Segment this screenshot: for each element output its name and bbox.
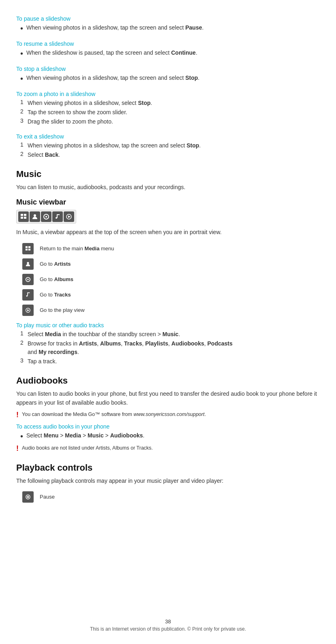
zoom-item-3: 3 Drag the slider to zoom the photo. bbox=[20, 117, 320, 126]
svg-rect-1 bbox=[24, 214, 26, 216]
access-note: Audio books are not listed under Artists… bbox=[22, 444, 153, 452]
exit-list: 1 When viewing photos in a slideshow, ta… bbox=[20, 141, 320, 159]
zoom-heading: To zoom a photo in a slideshow bbox=[16, 91, 320, 97]
svg-rect-2 bbox=[21, 217, 23, 219]
zoom-item-2: 2 Tap the screen to show the zoom slider… bbox=[20, 108, 320, 117]
svg-rect-8 bbox=[58, 214, 60, 215]
playback-intro: The following playback controls may appe… bbox=[16, 476, 320, 485]
pause-bullet: • When viewing photos in a slideshow, ta… bbox=[20, 23, 320, 33]
bullet-dot: • bbox=[20, 23, 23, 33]
resume-heading: To resume a slideshow bbox=[16, 41, 320, 47]
page-content: To pause a slideshow • When viewing phot… bbox=[0, 0, 336, 533]
resume-bullet: • When the slideshow is paused, tap the … bbox=[20, 49, 320, 58]
access-text: Select Menu > Media > Music > Audiobooks… bbox=[26, 431, 144, 440]
svg-rect-20 bbox=[28, 292, 30, 293]
pause-section: To pause a slideshow • When viewing phot… bbox=[16, 15, 320, 33]
icon-playview bbox=[22, 305, 34, 316]
stop-bullet: • When viewing photos in a slideshow, ta… bbox=[20, 74, 320, 83]
access-heading: To access audio books in your phone bbox=[16, 423, 320, 430]
icon-row-playview: Go to the play view bbox=[20, 303, 118, 318]
audiobooks-heading: Audiobooks bbox=[16, 375, 320, 386]
icon-tracks-label: Go to Tracks bbox=[38, 287, 118, 303]
viewbar-icon-play bbox=[64, 211, 74, 222]
viewbar-heading: Music viewbar bbox=[16, 198, 320, 207]
icon-row-albums: Go to Albums bbox=[20, 272, 118, 287]
music-heading: Music bbox=[16, 169, 320, 179]
viewbar-icon-grid bbox=[18, 211, 29, 222]
icon-media bbox=[22, 243, 34, 254]
icon-row-media: Return to the main Media menu bbox=[20, 241, 118, 256]
svg-rect-14 bbox=[26, 249, 28, 250]
audiobooks-intro: You can listen to audio books in your ph… bbox=[16, 389, 320, 407]
zoom-list: 1 When viewing photos in a slideshow, se… bbox=[20, 99, 320, 126]
svg-rect-15 bbox=[28, 249, 30, 250]
resume-text: When the slideshow is paused, tap the sc… bbox=[26, 49, 197, 57]
svg-point-9 bbox=[56, 217, 57, 219]
stop-section: To stop a slideshow • When viewing photo… bbox=[16, 66, 320, 83]
note-icon-2: ! bbox=[16, 444, 19, 453]
svg-rect-13 bbox=[28, 246, 30, 248]
svg-rect-25 bbox=[27, 496, 28, 498]
zoom-section: To zoom a photo in a slideshow 1 When vi… bbox=[16, 91, 320, 126]
stop-heading: To stop a slideshow bbox=[16, 66, 320, 72]
icon-row-tracks: Go to Tracks bbox=[20, 287, 118, 303]
svg-point-6 bbox=[45, 216, 47, 218]
play-item-2: 2 Browse for tracks in Artists, Albums, … bbox=[20, 339, 320, 356]
exit-item-1: 1 When viewing photos in a slideshow, ta… bbox=[20, 141, 320, 150]
copyright-text: This is an Internet version of this publ… bbox=[0, 626, 336, 632]
icon-playview-label: Go to the play view bbox=[38, 303, 118, 318]
svg-rect-0 bbox=[21, 214, 23, 216]
viewbar-icon-note bbox=[52, 211, 63, 222]
svg-point-21 bbox=[26, 295, 28, 297]
access-bullet: • Select Menu > Media > Music > Audioboo… bbox=[20, 431, 320, 441]
pause-text: When viewing photos in a slideshow, tap … bbox=[26, 23, 203, 32]
play-music-list: 1 Select Media in the touchbar of the st… bbox=[20, 330, 320, 366]
page-number: 38 bbox=[0, 618, 336, 625]
resume-section: To resume a slideshow • When the slidesh… bbox=[16, 41, 320, 58]
exit-section: To exit a slideshow 1 When viewing photo… bbox=[16, 133, 320, 159]
icon-tracks bbox=[22, 289, 34, 301]
icon-artists-label: Go to Artists bbox=[38, 256, 118, 272]
playback-pause-label: Pause bbox=[38, 489, 59, 505]
svg-rect-26 bbox=[28, 496, 29, 498]
play-item-3: 3 Tap a track. bbox=[20, 357, 320, 366]
play-item-1: 1 Select Media in the touchbar of the st… bbox=[20, 330, 320, 339]
icon-table: Return to the main Media menu Go to Arti… bbox=[20, 241, 118, 318]
svg-point-4 bbox=[34, 214, 36, 217]
svg-rect-3 bbox=[24, 217, 26, 219]
viewbar-desc: In Music, a viewbar appears at the top o… bbox=[16, 228, 320, 237]
viewbar-icons bbox=[16, 210, 76, 224]
stop-text: When viewing photos in a slideshow, tap … bbox=[26, 74, 199, 82]
page-footer: 38 This is an Internet version of this p… bbox=[0, 618, 336, 632]
music-intro: You can listen to music, audiobooks, pod… bbox=[16, 183, 320, 192]
access-note-row: ! Audio books are not listed under Artis… bbox=[16, 444, 320, 453]
icon-row-artists: Go to Artists bbox=[20, 256, 118, 272]
svg-marker-11 bbox=[68, 215, 71, 218]
bullet-dot: • bbox=[20, 49, 23, 58]
icon-albums bbox=[22, 274, 34, 285]
exit-heading: To exit a slideshow bbox=[16, 133, 320, 140]
svg-point-18 bbox=[27, 279, 29, 280]
viewbar-icon-person bbox=[30, 211, 40, 222]
icon-pause bbox=[22, 491, 34, 503]
play-music-heading: To play music or other audio tracks bbox=[16, 322, 320, 328]
svg-marker-23 bbox=[27, 309, 29, 311]
svg-rect-19 bbox=[27, 292, 28, 296]
exit-item-2: 2 Select Back. bbox=[20, 151, 320, 159]
note-icon: ! bbox=[16, 411, 19, 419]
svg-rect-12 bbox=[26, 246, 28, 248]
svg-point-24 bbox=[26, 495, 30, 499]
icon-media-label: Return to the main Media menu bbox=[38, 241, 118, 256]
bullet-dot: • bbox=[20, 74, 23, 83]
audiobooks-note-row: ! You can download the Media Go™ softwar… bbox=[16, 411, 320, 419]
icon-albums-label: Go to Albums bbox=[38, 272, 118, 287]
zoom-item-1: 1 When viewing photos in a slideshow, se… bbox=[20, 99, 320, 107]
playback-pause-row: Pause bbox=[20, 489, 59, 505]
audiobooks-note: You can download the Media Go™ software … bbox=[22, 411, 206, 418]
playback-controls-table: Pause bbox=[20, 489, 59, 505]
bullet-dot: • bbox=[20, 431, 23, 441]
viewbar-icon-disc bbox=[41, 211, 51, 222]
svg-point-16 bbox=[27, 262, 29, 264]
playback-heading: Playback controls bbox=[16, 463, 320, 473]
icon-artists bbox=[22, 258, 34, 270]
